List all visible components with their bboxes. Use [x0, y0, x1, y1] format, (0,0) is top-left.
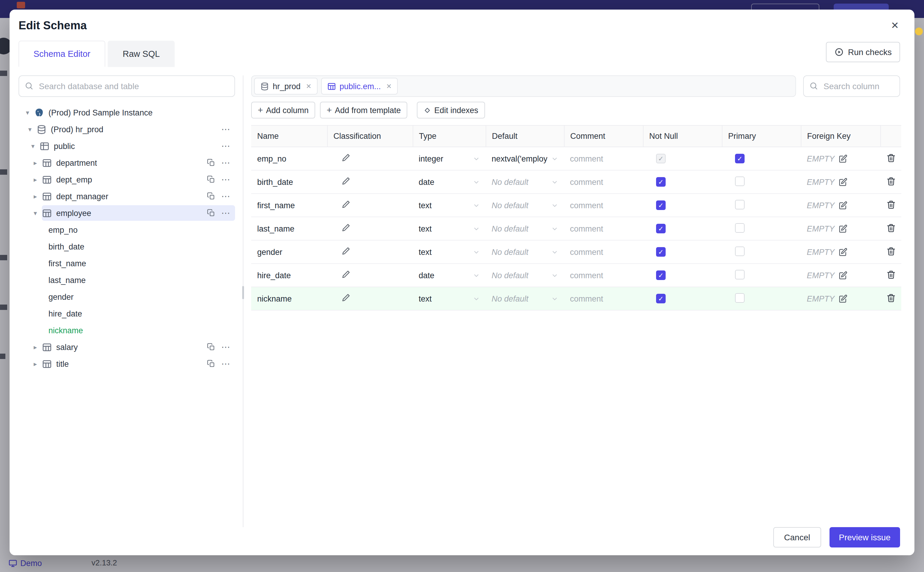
pencil-icon[interactable]: [341, 200, 350, 209]
trash-icon[interactable]: [886, 176, 896, 186]
copy-icon[interactable]: [207, 159, 215, 167]
type-select[interactable]: integer: [412, 147, 485, 170]
default-select[interactable]: nextval('employ: [485, 147, 564, 170]
primary-checkbox[interactable]: [735, 270, 744, 279]
copy-icon[interactable]: [207, 175, 215, 184]
comment-input[interactable]: comment: [564, 217, 643, 240]
tree-item-last-name[interactable]: last_name: [19, 272, 235, 288]
primary-checkbox[interactable]: ✓: [735, 154, 744, 164]
default-select[interactable]: No default: [485, 240, 564, 264]
caret-down-icon[interactable]: ▾: [31, 209, 39, 217]
tree-item-prod-prod-sample-instance[interactable]: ▾ (Prod) Prod Sample Instance: [19, 104, 235, 121]
tree-item-birth-date[interactable]: birth_date: [19, 238, 235, 255]
caret-down-icon[interactable]: ▾: [26, 125, 34, 133]
not-null-checkbox[interactable]: ✓: [656, 294, 666, 304]
more-icon[interactable]: ⋯: [221, 360, 230, 368]
primary-checkbox[interactable]: [735, 223, 744, 232]
column-name-cell[interactable]: hire_date: [251, 264, 327, 287]
default-select[interactable]: No default: [485, 217, 564, 240]
type-select[interactable]: text: [412, 240, 485, 264]
trash-icon[interactable]: [886, 153, 896, 162]
trash-icon[interactable]: [886, 293, 896, 302]
tree-item-nickname[interactable]: nickname: [19, 322, 235, 339]
column-name-cell[interactable]: emp_no: [251, 147, 327, 170]
copy-icon[interactable]: [207, 360, 215, 368]
tab-schema-editor[interactable]: Schema Editor: [19, 41, 105, 67]
more-icon[interactable]: ⋯: [221, 142, 230, 150]
copy-icon[interactable]: [207, 209, 215, 217]
trash-icon[interactable]: [886, 270, 896, 279]
default-select[interactable]: No default: [485, 287, 564, 310]
edit-foreign-key-icon[interactable]: [838, 294, 847, 303]
tree-item-salary[interactable]: ▸ salary ⋯: [19, 339, 235, 355]
pencil-icon[interactable]: [341, 247, 350, 255]
comment-input[interactable]: comment: [564, 240, 643, 264]
cancel-button[interactable]: Cancel: [773, 527, 821, 547]
caret-right-icon[interactable]: ▸: [31, 192, 39, 200]
preview-issue-button[interactable]: Preview issue: [829, 527, 900, 547]
caret-right-icon[interactable]: ▸: [31, 176, 39, 183]
tab-raw-sql[interactable]: Raw SQL: [108, 41, 175, 67]
more-icon[interactable]: ⋯: [221, 343, 230, 351]
comment-input[interactable]: comment: [564, 170, 643, 194]
trash-icon[interactable]: [886, 199, 896, 209]
caret-down-icon[interactable]: ▾: [23, 109, 32, 117]
tree-item-title[interactable]: ▸ title ⋯: [19, 355, 235, 372]
more-icon[interactable]: ⋯: [221, 209, 230, 217]
primary-checkbox[interactable]: [735, 293, 744, 302]
trash-icon[interactable]: [886, 246, 896, 256]
column-name-cell[interactable]: birth_date: [251, 170, 327, 194]
edit-foreign-key-icon[interactable]: [838, 201, 847, 210]
primary-checkbox[interactable]: [735, 246, 744, 256]
add-from-template-button[interactable]: +Add from template: [320, 102, 407, 118]
column-name-cell[interactable]: first_name: [251, 194, 327, 217]
column-name-cell[interactable]: nickname: [251, 287, 327, 310]
close-tab-icon[interactable]: ✕: [386, 82, 392, 90]
comment-input[interactable]: comment: [564, 287, 643, 310]
comment-input[interactable]: comment: [564, 194, 643, 217]
default-select[interactable]: No default: [485, 194, 564, 217]
tree-item-emp-no[interactable]: emp_no: [19, 221, 235, 238]
comment-input[interactable]: comment: [564, 147, 643, 170]
copy-icon[interactable]: [207, 343, 215, 351]
default-select[interactable]: No default: [485, 264, 564, 287]
caret-down-icon[interactable]: ▾: [29, 142, 37, 150]
panel-splitter[interactable]: [243, 75, 243, 527]
primary-checkbox[interactable]: [735, 199, 744, 209]
column-name-cell[interactable]: gender: [251, 240, 327, 264]
more-icon[interactable]: ⋯: [221, 125, 230, 134]
caret-right-icon[interactable]: ▸: [31, 360, 39, 368]
not-null-checkbox[interactable]: ✓: [656, 201, 666, 210]
tree-item-prod-hr-prod[interactable]: ▾ (Prod) hr_prod ⋯: [19, 121, 235, 138]
pencil-icon[interactable]: [341, 153, 350, 162]
type-select[interactable]: text: [412, 194, 485, 217]
edit-foreign-key-icon[interactable]: [838, 154, 847, 163]
more-icon[interactable]: ⋯: [221, 175, 230, 184]
pencil-icon[interactable]: [341, 270, 350, 279]
tree-item-first-name[interactable]: first_name: [19, 255, 235, 272]
comment-input[interactable]: comment: [564, 264, 643, 287]
edit-foreign-key-icon[interactable]: [838, 247, 847, 256]
edit-foreign-key-icon[interactable]: [838, 177, 847, 187]
tree-item-dept-manager[interactable]: ▸ dept_manager ⋯: [19, 188, 235, 205]
type-select[interactable]: date: [412, 264, 485, 287]
copy-icon[interactable]: [207, 192, 215, 201]
edit-indexes-button[interactable]: Edit indexes: [417, 102, 485, 118]
column-name-cell[interactable]: last_name: [251, 217, 327, 240]
search-database-input[interactable]: [19, 75, 235, 97]
primary-checkbox[interactable]: [735, 176, 744, 186]
run-checks-button[interactable]: Run checks: [826, 42, 900, 62]
more-icon[interactable]: ⋯: [221, 192, 230, 201]
trash-icon[interactable]: [886, 223, 896, 232]
more-icon[interactable]: ⋯: [221, 159, 230, 167]
not-null-checkbox[interactable]: ✓: [656, 154, 666, 164]
default-select[interactable]: No default: [485, 170, 564, 194]
type-select[interactable]: text: [412, 287, 485, 310]
caret-right-icon[interactable]: ▸: [31, 159, 39, 166]
tree-item-department[interactable]: ▸ department ⋯: [19, 154, 235, 171]
pencil-icon[interactable]: [341, 223, 350, 232]
table-tab-hr-prod[interactable]: hr_prod ✕: [254, 78, 318, 95]
pencil-icon[interactable]: [341, 177, 350, 185]
tree-item-dept-emp[interactable]: ▸ dept_emp ⋯: [19, 171, 235, 188]
tree-item-hire-date[interactable]: hire_date: [19, 305, 235, 322]
